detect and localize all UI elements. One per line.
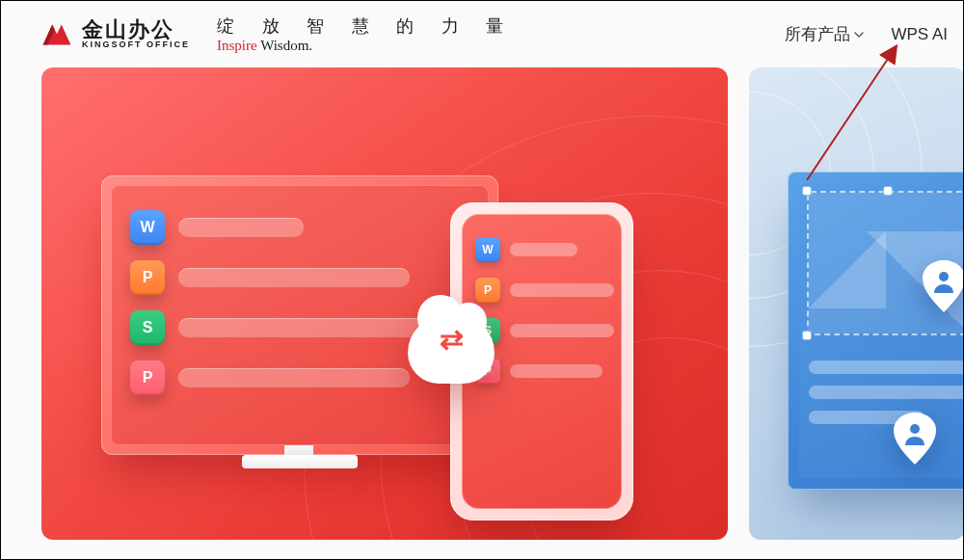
- presentation-tile-icon: P: [130, 260, 165, 295]
- resize-handle: [803, 332, 811, 339]
- resize-handle: [803, 187, 811, 195]
- tagline: 绽 放 智 慧 的 力 量 Inspire Wisdom.: [217, 14, 515, 54]
- nav-wps-ai[interactable]: WPS AI: [891, 25, 948, 44]
- tagline-cn: 绽 放 智 慧 的 力 量: [217, 14, 515, 38]
- placeholder-bar: [510, 324, 614, 337]
- placeholder-bar: [178, 268, 410, 287]
- nav-all-products-label: 所有产品: [785, 23, 850, 45]
- monitor-stand: [242, 455, 358, 468]
- writer-tile-icon: W: [130, 210, 165, 245]
- hero-cards: W P S P W P S: [1, 67, 963, 540]
- logo-text-en: KINGSOFT OFFICE: [82, 40, 190, 49]
- placeholder-bar: [809, 386, 964, 399]
- resize-handle: [884, 187, 892, 195]
- writer-tile-icon: W: [475, 237, 500, 262]
- tagline-en: Inspire Wisdom.: [217, 38, 515, 54]
- placeholder-bar: [809, 360, 964, 374]
- logo-text-cn: 金山办公: [82, 18, 190, 40]
- spreadsheet-tile-icon: S: [130, 310, 165, 345]
- page-header: 金山办公 KINGSOFT OFFICE 绽 放 智 慧 的 力 量 Inspi…: [1, 1, 963, 67]
- placeholder-bar: [178, 318, 429, 337]
- tagline-wisdom: Wisdom.: [257, 38, 312, 53]
- card-wps-office[interactable]: W P S P W P S: [41, 67, 728, 540]
- svg-point-1: [910, 424, 920, 434]
- placeholder-bar: [510, 364, 602, 378]
- presentation-tile-icon: P: [475, 278, 500, 303]
- logo[interactable]: 金山办公 KINGSOFT OFFICE: [41, 18, 190, 50]
- chevron-down-icon: [854, 30, 864, 40]
- doc-panel-illustration: [788, 172, 964, 490]
- user-pin-icon: [923, 260, 964, 312]
- nav-wps-ai-label: WPS AI: [891, 25, 948, 44]
- placeholder-bar: [510, 243, 577, 256]
- tagline-inspire: Inspire: [217, 38, 257, 53]
- brand-block: 金山办公 KINGSOFT OFFICE 绽 放 智 慧 的 力 量 Inspi…: [41, 14, 515, 54]
- placeholder-bar: [510, 283, 614, 297]
- nav-all-products[interactable]: 所有产品: [785, 23, 864, 45]
- placeholder-bar: [178, 218, 304, 237]
- logo-text: 金山办公 KINGSOFT OFFICE: [82, 18, 190, 50]
- sync-arrows-icon: ⇄: [408, 322, 495, 356]
- card-collaboration[interactable]: [749, 67, 964, 540]
- user-pin-icon: [894, 413, 936, 465]
- pdf-tile-icon: P: [130, 360, 165, 395]
- svg-point-0: [939, 272, 949, 281]
- top-nav: 所有产品 WPS AI: [785, 23, 948, 45]
- cloud-sync-icon: ⇄: [408, 316, 495, 384]
- placeholder-bar: [178, 368, 410, 387]
- kingsoft-logo-icon: [41, 21, 72, 48]
